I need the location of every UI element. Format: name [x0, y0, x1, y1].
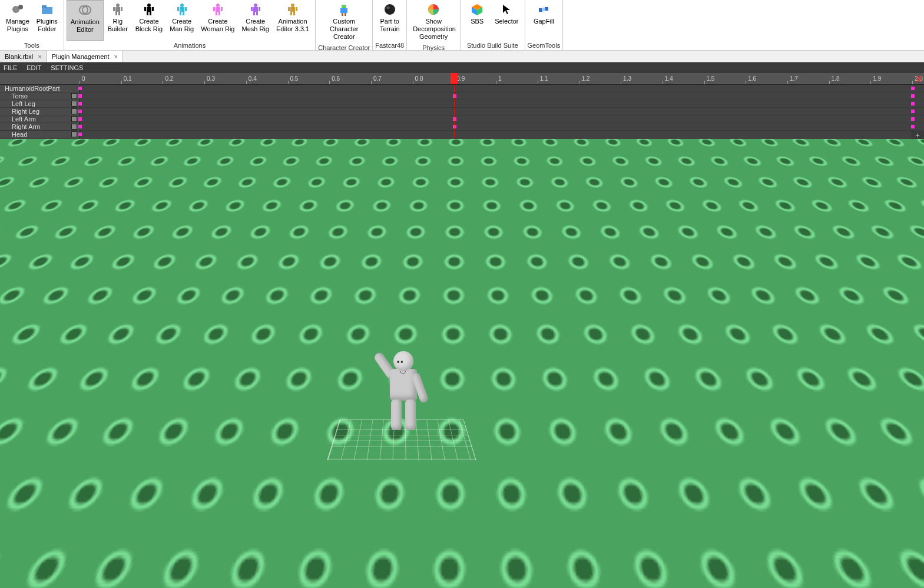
- track-visibility-checkbox[interactable]: [71, 108, 77, 114]
- tab-close-icon[interactable]: ×: [38, 53, 41, 60]
- sphere-dark-icon: [383, 2, 397, 16]
- track-visibility-checkbox[interactable]: [71, 131, 77, 137]
- animation-editor-331-button[interactable]: AnimationEditor 3.3.1: [273, 0, 313, 41]
- sbs-button[interactable]: SBS: [463, 0, 491, 41]
- close-icon[interactable]: X: [916, 74, 922, 84]
- ribbon-button-label: CreateBlock Rig: [135, 18, 163, 33]
- part-to-terrain-button[interactable]: Part toTerrain: [376, 0, 404, 41]
- ribbon-group: ManagePluginsPluginsFolderTools: [0, 0, 64, 50]
- ruler-tick: 1.9: [870, 73, 881, 84]
- gears-icon: [11, 2, 25, 16]
- track-visibility-checkbox[interactable]: [71, 124, 77, 130]
- track-row[interactable]: Left Arm: [0, 115, 924, 123]
- svg-rect-23: [183, 12, 184, 15]
- tick-label: 0: [82, 75, 85, 82]
- keyframe-marker[interactable]: [78, 94, 82, 98]
- keyframe-marker[interactable]: [78, 87, 82, 90]
- tick-label: 1.1: [540, 75, 548, 82]
- svg-rect-14: [144, 7, 146, 11]
- tick-label: 1.6: [748, 75, 756, 82]
- character-creator-icon: [337, 2, 351, 16]
- ribbon-group: SBSSelectorStudio Build Suite: [461, 0, 525, 50]
- viewport-3d[interactable]: Dummy •• ◡: [0, 139, 924, 588]
- selector-button[interactable]: Selector: [491, 0, 522, 41]
- ruler-tick: 1.5: [704, 73, 715, 84]
- svg-point-6: [116, 4, 120, 7]
- keyframe-marker[interactable]: [911, 94, 915, 98]
- keyframe-marker[interactable]: [911, 110, 915, 113]
- menu-settings[interactable]: SETTINGS: [51, 64, 83, 71]
- playhead-line: [455, 93, 455, 100]
- zoom-drag-handle[interactable]: =: [912, 150, 923, 159]
- keyframe-marker[interactable]: [911, 87, 915, 90]
- track-row[interactable]: Right Arm: [0, 123, 924, 131]
- playhead-scrubber[interactable]: [451, 73, 458, 84]
- create-man-rig-button[interactable]: CreateMan Rig: [166, 0, 197, 41]
- plugins-folder-button[interactable]: PluginsFolder: [33, 0, 61, 41]
- ruler-tick: 1.3: [621, 73, 631, 84]
- rig-builder-button[interactable]: RigBuilder: [104, 0, 132, 41]
- svg-rect-22: [180, 12, 181, 15]
- track-label: Right Arm: [0, 123, 80, 131]
- menu-edit[interactable]: EDIT: [27, 64, 41, 71]
- show-decomposition-geometry-button[interactable]: Show DecompositionGeometry: [409, 0, 458, 43]
- menu-file[interactable]: FILE: [4, 64, 17, 71]
- track-visibility-checkbox[interactable]: [71, 116, 77, 122]
- track-row[interactable]: Head: [0, 131, 924, 138]
- track-lane[interactable]: [80, 115, 924, 123]
- svg-rect-55: [542, 8, 545, 11]
- create-block-rig-button[interactable]: CreateBlock Rig: [132, 0, 166, 41]
- keyframe-marker[interactable]: [911, 117, 915, 121]
- ribbon-toolbar: ManagePluginsPluginsFolderToolsAnimation…: [0, 0, 924, 51]
- track-lane[interactable]: [80, 100, 924, 107]
- track-row[interactable]: Left Leg: [0, 100, 924, 108]
- track-row[interactable]: HumanoidRootPart: [0, 85, 924, 93]
- ribbon-group: Custom CharacterCreatorCharacter Creator: [316, 0, 373, 50]
- ribbon-group-label: Animations: [174, 41, 206, 50]
- track-label: Head: [0, 131, 80, 138]
- zoom-out-button[interactable]: −: [912, 140, 923, 150]
- track-lane[interactable]: [80, 131, 924, 138]
- track-lane[interactable]: [80, 85, 924, 92]
- svg-rect-13: [147, 7, 151, 12]
- zoom-in-button[interactable]: +: [912, 131, 923, 140]
- gapfill-button[interactable]: GapFill: [529, 0, 558, 41]
- track-visibility-checkbox[interactable]: [71, 101, 77, 107]
- keyframe-marker[interactable]: [78, 133, 82, 136]
- ruler-tick: 1.1: [538, 73, 548, 84]
- track-lane[interactable]: [80, 123, 924, 130]
- track-visibility-checkbox[interactable]: [71, 93, 77, 99]
- keyframe-marker[interactable]: [78, 102, 82, 105]
- svg-point-18: [180, 4, 184, 7]
- animation-editor-button[interactable]: AnimationEditor: [67, 0, 104, 41]
- character-dummy[interactable]: •• ◡: [377, 351, 430, 451]
- timeline-ruler[interactable]: 00.10.20.30.40.50.60.70.80.911.11.21.31.…: [0, 73, 924, 85]
- tab-close-icon[interactable]: ×: [114, 53, 118, 60]
- create-mesh-rig-button[interactable]: CreateMesh Rig: [238, 0, 272, 41]
- custom-character-creator-button[interactable]: Custom CharacterCreator: [320, 0, 368, 43]
- track-row[interactable]: Right Leg: [0, 108, 924, 115]
- keyframe-marker[interactable]: [911, 102, 915, 105]
- ruler-tick: 0.5: [288, 73, 299, 84]
- document-tab[interactable]: Blank.rbxl×: [0, 51, 47, 62]
- keyframe-marker[interactable]: [911, 125, 915, 128]
- svg-rect-32: [251, 7, 253, 11]
- svg-point-46: [385, 4, 395, 15]
- track-lane[interactable]: [80, 108, 924, 115]
- ribbon-button-label: CreateWoman Rig: [201, 18, 234, 33]
- ribbon-group-label: Studio Build Suite: [467, 41, 518, 50]
- keyframe-marker[interactable]: [78, 110, 82, 113]
- svg-rect-45: [345, 13, 346, 16]
- keyframe-marker[interactable]: [78, 117, 82, 121]
- track-lane[interactable]: [80, 93, 924, 100]
- document-tab[interactable]: Plugin Management×: [47, 51, 123, 62]
- keyframe-marker[interactable]: [78, 125, 82, 128]
- ribbon-button-label: Selector: [495, 18, 518, 25]
- track-row[interactable]: Torso: [0, 93, 924, 100]
- manage-plugins-button[interactable]: ManagePlugins: [2, 0, 33, 41]
- ribbon-group-label: Tools: [24, 41, 39, 50]
- create-woman-rig-button[interactable]: CreateWoman Rig: [197, 0, 238, 41]
- ribbon-button-label: AnimationEditor: [71, 18, 100, 34]
- rig-cyan-icon: [175, 2, 189, 16]
- svg-rect-31: [253, 7, 258, 12]
